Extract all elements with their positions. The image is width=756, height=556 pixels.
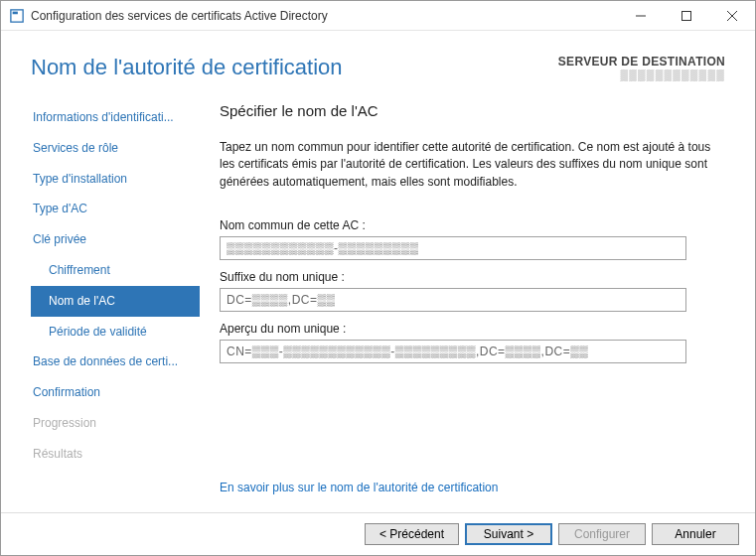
wizard-body: Nom de l'autorité de certification SERVE…: [1, 31, 755, 512]
dn-preview-label: Aperçu du nom unique :: [220, 322, 721, 336]
button-bar: < Précédent Suivant > Configurer Annuler: [1, 512, 755, 555]
destination-label: SERVEUR DE DESTINATION: [558, 55, 725, 69]
wizard-step[interactable]: Chiffrement: [31, 255, 200, 286]
wizard-step: Progression: [31, 408, 200, 439]
wizard-step[interactable]: Services de rôle: [31, 133, 200, 164]
main-columns: Informations d'identificati...Services d…: [31, 102, 725, 512]
content-pane: Spécifier le nom de l'AC Tapez un nom co…: [220, 102, 725, 512]
header-row: Nom de l'autorité de certification SERVE…: [31, 55, 725, 80]
common-name-label: Nom commun de cette AC :: [220, 218, 721, 232]
wizard-steps-sidebar: Informations d'identificati...Services d…: [31, 102, 200, 512]
page-title: Nom de l'autorité de certification: [31, 55, 343, 80]
close-button[interactable]: [709, 1, 755, 31]
dn-suffix-input[interactable]: [220, 288, 686, 312]
maximize-button[interactable]: [664, 1, 709, 31]
next-button[interactable]: Suivant >: [465, 523, 552, 545]
window-title: Configuration des services de certificat…: [31, 9, 618, 23]
wizard-window: Configuration des services de certificat…: [0, 0, 756, 556]
destination-block: SERVEUR DE DESTINATION ▒▒▒▒▒▒▒▒▒▒▒▒: [558, 55, 725, 80]
wizard-step: Résultats: [31, 439, 200, 470]
wizard-step[interactable]: Période de validité: [31, 317, 200, 348]
dn-suffix-label: Suffixe du nom unique :: [220, 270, 721, 284]
wizard-step[interactable]: Nom de l'AC: [31, 286, 200, 317]
wizard-step[interactable]: Type d'AC: [31, 194, 200, 224]
wizard-step[interactable]: Base de données de certi...: [31, 347, 200, 377]
cancel-button[interactable]: Annuler: [652, 523, 739, 545]
svg-rect-3: [682, 11, 691, 20]
wizard-step[interactable]: Confirmation: [31, 377, 200, 408]
common-name-input[interactable]: [220, 236, 686, 260]
dn-preview-input[interactable]: [220, 340, 686, 363]
minimize-button[interactable]: [618, 1, 664, 31]
previous-button[interactable]: < Précédent: [365, 523, 459, 545]
wizard-step[interactable]: Type d'installation: [31, 164, 200, 195]
wizard-step[interactable]: Informations d'identificati...: [31, 102, 200, 133]
destination-server: ▒▒▒▒▒▒▒▒▒▒▒▒: [558, 69, 725, 80]
app-icon: [9, 8, 25, 24]
help-link[interactable]: En savoir plus sur le nom de l'autorité …: [220, 481, 721, 494]
titlebar: Configuration des services de certificat…: [1, 1, 755, 31]
svg-rect-1: [13, 11, 18, 14]
configure-button: Configurer: [558, 523, 646, 545]
wizard-step[interactable]: Clé privée: [31, 224, 200, 255]
content-heading: Spécifier le nom de l'AC: [220, 102, 721, 119]
content-description: Tapez un nom commun pour identifier cett…: [220, 139, 721, 191]
